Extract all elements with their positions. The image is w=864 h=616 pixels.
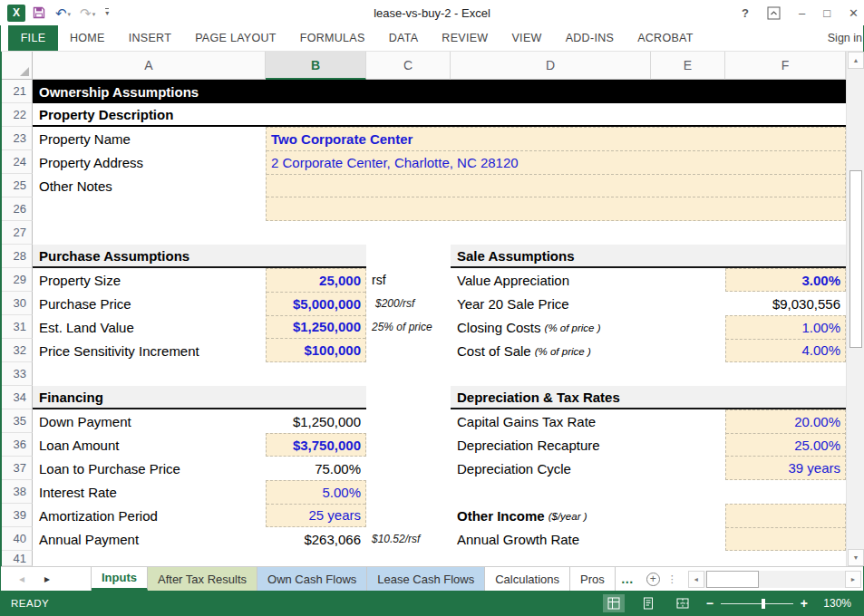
zoom-in-button[interactable]: + — [801, 597, 808, 610]
sign-in-link[interactable]: Sign in — [828, 25, 863, 51]
label-depreciation-cycle[interactable]: Depreciation Cycle — [451, 457, 651, 480]
maximize-button[interactable]: □ — [823, 6, 830, 20]
zoom-slider-thumb[interactable] — [762, 599, 765, 609]
column-header-b[interactable]: B — [266, 52, 366, 80]
label-price-sensitivity[interactable]: Price Sensitivity Increment — [33, 339, 266, 362]
cell-capital-gains-tax-rate[interactable]: 20.00% — [726, 410, 845, 433]
label-annual-growth-rate[interactable]: Annual Growth Rate — [451, 527, 651, 551]
cell-loan-amount[interactable]: $3,750,000 — [267, 434, 365, 456]
note-payment-per-rsf[interactable]: $10.52/rsf — [366, 527, 451, 551]
row-header-30[interactable]: 30 — [2, 292, 33, 315]
vertical-scroll-thumb[interactable] — [849, 170, 862, 348]
scroll-up-button[interactable]: ▲ — [848, 52, 864, 69]
minimize-button[interactable]: – — [799, 6, 805, 20]
cell-interest-rate[interactable]: 5.00% — [267, 481, 365, 504]
row-header-36[interactable]: 36 — [2, 433, 33, 457]
label-cost-of-sale[interactable]: Cost of Sale (% of price ) — [451, 339, 651, 362]
row-header-27[interactable]: 27 — [2, 221, 33, 245]
header-financing[interactable]: Financing — [33, 386, 366, 409]
prev-sheet-button[interactable]: ◂ — [19, 573, 24, 584]
cell-value-appreciation[interactable]: 3.00% — [726, 269, 845, 291]
redo-dropdown-icon[interactable]: ▾ — [92, 11, 96, 18]
section-banner-ownership-assumptions[interactable]: Ownership Assumptions — [33, 80, 846, 103]
cell-annual-growth-rate[interactable] — [726, 527, 845, 551]
cell-depreciation-cycle[interactable]: 39 years — [726, 456, 845, 479]
undo-button[interactable]: ↶ ▾ — [53, 3, 73, 23]
tab-acrobat[interactable]: ACROBAT — [626, 25, 705, 51]
label-annual-payment[interactable]: Annual Payment — [33, 527, 266, 551]
label-loan-amount[interactable]: Loan Amount — [33, 433, 266, 457]
label-depreciation-recapture[interactable]: Depreciation Recapture — [451, 433, 651, 457]
cell-property-name[interactable]: Two Corporate Center — [267, 128, 845, 150]
tab-options-icon[interactable]: ⋮ — [667, 573, 677, 585]
note-rsf[interactable]: rsf — [366, 268, 451, 292]
cell-other-notes[interactable] — [267, 174, 845, 197]
row-header-23[interactable]: 23 — [2, 127, 33, 150]
sheet-tab-calculations[interactable]: Calculations — [485, 567, 570, 591]
zoom-slider[interactable] — [721, 603, 793, 604]
cell-price-sensitivity[interactable]: $100,000 — [267, 338, 365, 361]
cell-other-income[interactable] — [726, 505, 845, 527]
column-header-f[interactable]: F — [725, 52, 846, 80]
label-est-land-value[interactable]: Est. Land Value — [33, 315, 266, 339]
row-header-34[interactable]: 34 — [2, 386, 33, 409]
row-header-39[interactable]: 39 — [2, 504, 33, 527]
label-property-name[interactable]: Property Name — [33, 127, 266, 150]
cell-notes-extra[interactable] — [267, 197, 845, 220]
sheet-tab-inputs[interactable]: Inputs — [92, 567, 148, 591]
add-sheet-button[interactable]: + — [646, 573, 660, 586]
row-header-29[interactable]: 29 — [2, 268, 33, 292]
tab-file[interactable]: FILE — [8, 25, 58, 51]
tab-review[interactable]: REVIEW — [430, 25, 500, 51]
header-property-description[interactable]: Property Description — [33, 103, 846, 127]
cell-depreciation-recapture[interactable]: 25.00% — [726, 433, 845, 457]
row-header-24[interactable]: 24 — [2, 150, 33, 174]
column-header-e[interactable]: E — [651, 52, 725, 80]
label-year20-sale-price[interactable]: Year 20 Sale Price — [451, 292, 651, 315]
cell-annual-payment[interactable]: $263,066 — [266, 527, 366, 551]
more-sheets-indicator[interactable]: … — [616, 567, 639, 591]
label-down-payment[interactable]: Down Payment — [33, 409, 266, 433]
tab-view[interactable]: VIEW — [500, 25, 553, 51]
undo-dropdown-icon[interactable]: ▾ — [68, 11, 72, 18]
header-depreciation-tax-rates[interactable]: Depreciation & Tax Rates — [451, 386, 846, 409]
row-header-38[interactable]: 38 — [2, 480, 33, 504]
tab-add-ins[interactable]: ADD-INS — [554, 25, 626, 51]
sheet-tab-after-tax-results[interactable]: After Tax Results — [148, 567, 257, 591]
zoom-level[interactable]: 130% — [820, 597, 851, 610]
cell-est-land-value[interactable]: $1,250,000 — [267, 315, 365, 339]
cell-year20-sale-price[interactable]: $9,030,556 — [725, 292, 846, 315]
cell-property-size[interactable]: 25,000 — [267, 269, 365, 292]
page-break-preview-button[interactable] — [672, 594, 694, 612]
cell-cost-of-sale[interactable]: 4.00% — [726, 339, 845, 362]
row-header-22[interactable]: 22 — [2, 103, 33, 127]
row-header-31[interactable]: 31 — [2, 315, 33, 339]
save-button[interactable] — [29, 3, 49, 23]
row-header-41[interactable]: 41 — [2, 551, 33, 566]
column-header-c[interactable]: C — [366, 52, 451, 80]
label-property-size[interactable]: Property Size — [33, 268, 266, 292]
ribbon-display-options-button[interactable] — [767, 6, 781, 20]
close-button[interactable]: ✕ — [849, 6, 859, 20]
cell-amortization-period[interactable]: 25 years — [267, 504, 365, 527]
tab-page-layout[interactable]: PAGE LAYOUT — [183, 25, 288, 51]
cell-purchase-price[interactable]: $5,000,000 — [267, 292, 365, 315]
tab-data[interactable]: DATA — [377, 25, 431, 51]
customize-qat-icon[interactable]: ▾ — [105, 8, 109, 17]
sheet-tab-pros[interactable]: Pros — [570, 567, 616, 591]
zoom-out-button[interactable]: − — [706, 597, 714, 610]
row-header-28[interactable]: 28 — [2, 245, 33, 268]
label-value-appreciation[interactable]: Value Appreciation — [451, 268, 651, 292]
header-sale-assumptions[interactable]: Sale Assumptions — [451, 245, 846, 268]
next-sheet-button[interactable]: ▸ — [44, 573, 50, 584]
row-header-21[interactable]: 21 — [2, 80, 33, 103]
normal-view-button[interactable] — [603, 594, 625, 612]
horizontal-scroll-thumb[interactable] — [706, 571, 759, 588]
scroll-down-button[interactable]: ▼ — [848, 549, 864, 566]
help-button[interactable]: ? — [742, 6, 749, 20]
scroll-left-button[interactable]: ◄ — [688, 571, 704, 588]
cell-closing-costs[interactable]: 1.00% — [726, 316, 845, 339]
note-pct-of-price[interactable]: 25% of price — [366, 315, 451, 339]
cell-loan-to-purchase-price[interactable]: 75.00% — [266, 457, 366, 480]
horizontal-scrollbar[interactable]: ◄ ► — [688, 571, 861, 588]
